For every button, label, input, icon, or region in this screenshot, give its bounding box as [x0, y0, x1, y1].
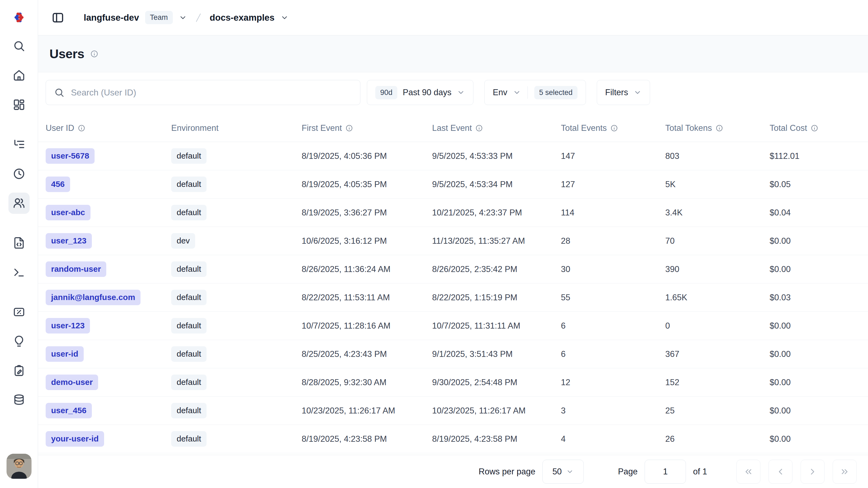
previous-page-button[interactable]: [769, 460, 793, 484]
environment-badge: default: [171, 346, 207, 362]
total-events-cell: 4: [561, 434, 665, 444]
column-header-environment[interactable]: Environment: [171, 123, 302, 133]
langfuse-logo[interactable]: [0, 0, 38, 35]
total-events-cell: 6: [561, 321, 665, 331]
column-header-total-events[interactable]: Total Events: [561, 123, 665, 133]
sidebar-item-dashboards[interactable]: [8, 94, 30, 115]
user-id-cell: user-id: [45, 346, 171, 362]
user-id-badge[interactable]: user_456: [45, 403, 92, 419]
org-name[interactable]: langfuse-dev: [84, 12, 139, 23]
database-icon: [13, 394, 25, 406]
column-header-total-cost[interactable]: Total Cost: [770, 123, 868, 133]
env-filter-label: Env: [493, 88, 507, 97]
first-page-button[interactable]: [737, 460, 761, 484]
time-range-badge: 90d: [375, 86, 397, 99]
next-page-button[interactable]: [801, 460, 825, 484]
sidebar-item-search[interactable]: [8, 35, 30, 57]
page-number-input[interactable]: [645, 460, 686, 484]
list-tree-icon: [13, 138, 25, 151]
breadcrumb-separator: [193, 12, 204, 23]
sidebar-item-playground[interactable]: [8, 262, 30, 283]
table-row[interactable]: jannik@langfuse.com default 8/22/2025, 1…: [38, 283, 868, 312]
environment-cell: default: [171, 290, 302, 305]
org-chevron-down-icon[interactable]: [179, 13, 187, 22]
user-id-badge[interactable]: jannik@langfuse.com: [45, 290, 141, 305]
sidebar-item-tracing[interactable]: [8, 134, 30, 155]
sidebar-toggle-button[interactable]: [49, 9, 67, 27]
user-avatar[interactable]: [6, 454, 32, 479]
total-cost-cell: $0.00: [770, 378, 868, 387]
sidebar-item-home[interactable]: [8, 65, 30, 86]
total-events-cell: 12: [561, 378, 665, 387]
search-input[interactable]: [71, 88, 352, 98]
user-id-badge[interactable]: 456: [45, 176, 70, 192]
sidebar-item-evaluation[interactable]: [8, 302, 30, 323]
total-tokens-cell: 3.4K: [665, 208, 770, 218]
total-tokens-cell: 26: [665, 434, 770, 444]
column-header-last-event[interactable]: Last Event: [432, 123, 561, 133]
page-info-icon[interactable]: [90, 50, 98, 58]
rows-per-page-select[interactable]: 50: [542, 460, 584, 484]
environment-cell: default: [171, 318, 302, 334]
sidebar-item-prompts[interactable]: [8, 232, 30, 254]
table-row[interactable]: demo-user default 8/28/2025, 9:32:30 AM …: [38, 368, 868, 397]
table-row[interactable]: user_456 default 10/23/2025, 11:26:17 AM…: [38, 397, 868, 425]
user-id-badge[interactable]: user-123: [45, 318, 90, 334]
last-page-button[interactable]: [833, 460, 857, 484]
environment-cell: default: [171, 403, 302, 419]
project-chevron-down-icon[interactable]: [280, 13, 289, 22]
user-id-cell: random-user: [45, 261, 171, 277]
sidebar-item-insights[interactable]: [8, 331, 30, 352]
user-id-badge[interactable]: user_123: [45, 233, 92, 249]
table-row[interactable]: 456 default 8/19/2025, 4:05:35 PM 9/5/20…: [38, 170, 868, 199]
user-id-cell: jannik@langfuse.com: [45, 290, 171, 305]
filters-button-label: Filters: [605, 88, 628, 97]
total-tokens-cell: 390: [665, 264, 770, 274]
user-id-cell: your-user-id: [45, 431, 171, 447]
column-header-total-tokens[interactable]: Total Tokens: [665, 123, 770, 133]
table-row[interactable]: user-id default 8/25/2025, 4:23:43 PM 9/…: [38, 340, 868, 368]
project-name[interactable]: docs-examples: [210, 12, 275, 23]
first-event-cell: 8/25/2025, 4:23:43 PM: [302, 349, 432, 359]
environment-badge: dev: [171, 233, 195, 249]
chevrons-left-icon: [744, 467, 753, 477]
last-event-cell: 9/1/2025, 3:51:43 PM: [432, 349, 561, 359]
filters-button[interactable]: Filters: [597, 80, 650, 105]
user-id-badge[interactable]: user-abc: [45, 205, 91, 220]
table-row[interactable]: random-user default 8/26/2025, 11:36:24 …: [38, 255, 868, 283]
first-event-cell: 8/26/2025, 11:36:24 AM: [302, 264, 432, 274]
total-events-cell: 6: [561, 349, 665, 359]
user-id-badge[interactable]: user-id: [45, 346, 84, 362]
divider: [527, 86, 528, 99]
time-range-button[interactable]: 90d Past 90 days: [367, 80, 473, 105]
user-id-badge[interactable]: your-user-id: [45, 431, 104, 447]
page-title: Users: [50, 46, 84, 61]
environment-badge: default: [171, 318, 207, 334]
search-icon: [54, 87, 64, 98]
column-header-first-event[interactable]: First Event: [302, 123, 432, 133]
sidebar-item-sessions[interactable]: [8, 163, 30, 184]
user-id-badge[interactable]: random-user: [45, 261, 106, 277]
user-id-badge[interactable]: user-5678: [45, 148, 95, 164]
environment-cell: default: [171, 261, 302, 277]
info-icon: [716, 124, 723, 132]
percent-card-icon: [13, 306, 25, 318]
last-event-cell: 9/5/2025, 4:53:33 PM: [432, 151, 561, 161]
sidebar-item-annotation[interactable]: [8, 360, 30, 381]
table-row[interactable]: your-user-id default 8/19/2025, 4:23:58 …: [38, 425, 868, 453]
sidebar-item-users[interactable]: [8, 193, 30, 214]
environment-cell: default: [171, 431, 302, 447]
lightbulb-icon: [13, 335, 25, 348]
table-row[interactable]: user-abc default 8/19/2025, 3:36:27 PM 1…: [38, 199, 868, 227]
total-cost-cell: $0.00: [770, 434, 868, 444]
user-id-badge[interactable]: demo-user: [45, 375, 98, 390]
chevron-right-icon: [808, 467, 817, 477]
column-header-user-id[interactable]: User ID: [45, 123, 171, 133]
dashboard-grid-icon: [13, 98, 25, 111]
table-row[interactable]: user_123 dev 10/6/2025, 3:16:12 PM 11/13…: [38, 227, 868, 255]
sidebar-item-datasets[interactable]: [8, 390, 30, 411]
table-row[interactable]: user-5678 default 8/19/2025, 4:05:36 PM …: [38, 142, 868, 170]
first-event-cell: 8/19/2025, 4:05:35 PM: [302, 179, 432, 189]
env-filter-button[interactable]: Env 5 selected: [484, 80, 586, 105]
table-row[interactable]: user-123 default 10/7/2025, 11:28:16 AM …: [38, 312, 868, 340]
